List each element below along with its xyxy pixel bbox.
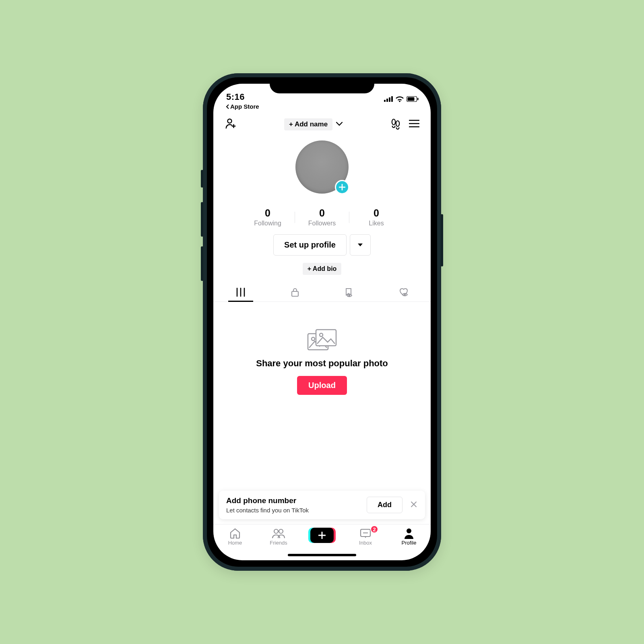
stat-followers[interactable]: 0 Followers [296,207,348,227]
svg-rect-10 [292,291,298,296]
status-indicators [384,96,419,102]
svg-rect-5 [408,97,415,101]
nav-inbox[interactable]: 2 Inbox [344,528,387,546]
plus-icon [339,184,345,190]
phone-frame: 5:16 App Store + Add name [203,73,441,571]
heart-hidden-icon [398,287,409,297]
phone-side-button [201,246,203,281]
avatar[interactable] [295,140,349,194]
wifi-icon [395,96,404,102]
user-plus-icon [225,118,237,130]
battery-icon [407,96,419,102]
add-user-button[interactable] [225,118,237,131]
phone-side-button [441,214,443,266]
nav-label: Profile [402,540,417,546]
inbox-icon [359,528,372,539]
svg-rect-15 [316,330,336,346]
svg-rect-6 [417,98,419,100]
nav-home[interactable]: Home [213,528,257,546]
back-to-appstore[interactable]: App Store [213,103,431,110]
nav-label: Friends [270,540,287,546]
stat-count: 0 [296,207,348,219]
caret-down-icon [357,243,363,247]
banner-add-button[interactable]: Add [367,497,402,513]
stat-label: Following [242,220,294,227]
inbox-badge: 2 [370,525,378,533]
svg-rect-3 [391,96,393,102]
hamburger-icon [409,120,419,128]
add-name-button[interactable]: + Add name [284,118,332,130]
home-indicator[interactable] [288,554,356,556]
profile-stats: 0 Following 0 Followers 0 Likes [213,207,431,227]
bookmark-hidden-icon [344,287,355,297]
screen: 5:16 App Store + Add name [213,84,431,560]
photos-icon [307,328,337,352]
chevron-down-icon[interactable] [336,121,343,128]
tab-locked[interactable] [268,283,322,301]
profile-tabs [213,283,431,302]
add-name-label: + Add name [289,120,328,128]
banner-title: Add phone number [226,496,309,505]
banner-close-button[interactable] [408,499,419,512]
svg-point-20 [407,528,411,533]
stat-count: 0 [242,207,294,219]
friends-icon [272,528,285,539]
tab-feed[interactable] [213,283,268,301]
create-button[interactable] [310,528,334,543]
svg-point-9 [396,121,399,126]
svg-rect-0 [384,100,386,102]
lock-icon [291,287,299,297]
divider [349,212,349,223]
menu-button[interactable] [409,120,419,129]
phone-notch [270,77,374,93]
stat-likes[interactable]: 0 Likes [350,207,402,227]
add-phone-banner: Add phone number Let contacts find you o… [219,491,425,519]
svg-rect-2 [389,97,390,102]
svg-point-17 [274,529,278,533]
stat-count: 0 [350,207,402,219]
status-time: 5:16 [226,92,245,102]
nav-friends[interactable]: Friends [257,528,300,546]
upload-button[interactable]: Upload [297,376,347,395]
feed-icon [236,288,246,297]
setup-profile-dropdown[interactable] [350,234,371,256]
nav-label: Inbox [359,540,372,546]
home-icon [229,528,241,539]
phone-side-button [201,202,203,237]
empty-title: Share your most popular photo [256,358,388,369]
close-icon [411,501,417,508]
stat-following[interactable]: 0 Following [242,207,294,227]
profile-icon [404,528,414,539]
svg-point-8 [392,119,395,125]
plus-icon [318,532,326,539]
tab-saved[interactable] [322,283,376,301]
stat-label: Likes [350,220,402,227]
banner-subtitle: Let contacts find you on TikTok [226,507,309,514]
avatar-add-badge[interactable] [335,180,349,194]
nav-profile[interactable]: Profile [387,528,431,546]
chevron-left-icon [225,104,229,109]
setup-profile-button[interactable]: Set up profile [273,234,347,256]
divider [295,212,295,223]
footsteps-icon[interactable] [390,118,401,130]
cell-signal-icon [384,96,393,102]
svg-point-7 [228,119,232,123]
nav-create[interactable] [300,528,344,543]
svg-rect-1 [386,99,388,102]
empty-state: Share your most popular photo Upload [213,302,431,491]
phone-side-button [201,170,203,188]
stat-label: Followers [296,220,348,227]
nav-label: Home [228,540,242,546]
app-header: + Add name [213,116,431,133]
add-bio-button[interactable]: + Add bio [303,263,342,275]
svg-point-18 [279,529,283,533]
tab-liked[interactable] [376,283,431,301]
breadcrumb-label: App Store [230,103,259,110]
